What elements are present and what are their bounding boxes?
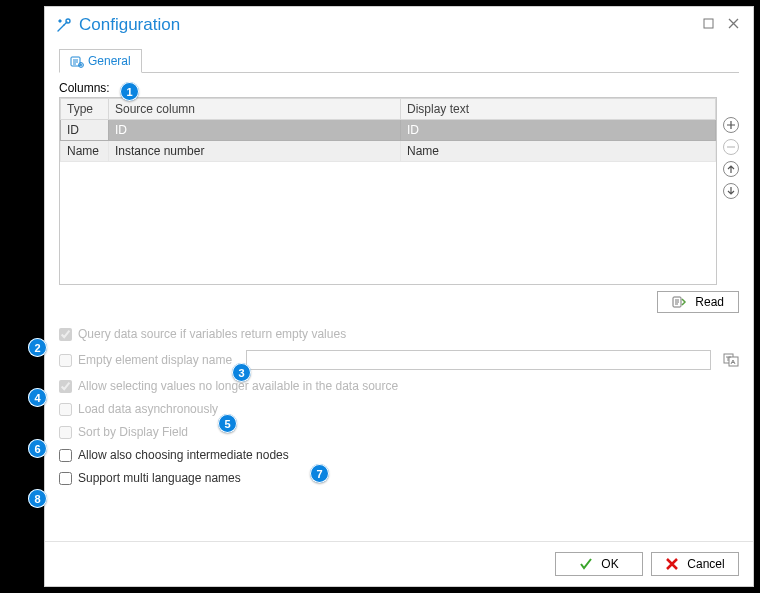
dialog-title: Configuration	[79, 15, 693, 35]
col-header-type[interactable]: Type	[61, 99, 109, 120]
remove-row-button[interactable]	[723, 139, 739, 155]
annotation-8: 8	[28, 489, 47, 508]
annotation-2: 2	[28, 338, 47, 357]
titlebar: Configuration	[45, 7, 753, 43]
table-row[interactable]: ID ID ID	[61, 120, 716, 141]
cancel-button[interactable]: Cancel	[651, 552, 739, 576]
maximize-icon[interactable]	[699, 16, 718, 34]
checkbox-multi-lang[interactable]	[59, 472, 72, 485]
annotation-7: 7	[310, 464, 329, 483]
opt-allow-unavailable: Allow selecting values no longer availab…	[59, 379, 739, 393]
opt-load-async: Load data asynchronously	[59, 402, 739, 416]
tab-bar: General	[59, 49, 739, 73]
svg-rect-1	[704, 19, 713, 28]
translate-icon[interactable]	[723, 351, 739, 370]
opt-query-empty: Query data source if variables return em…	[59, 327, 739, 341]
opt-allow-intermediate[interactable]: Allow also choosing intermediate nodes	[59, 448, 739, 462]
table-row[interactable]: Name Instance number Name	[61, 141, 716, 162]
checkbox-allow-intermediate[interactable]	[59, 449, 72, 462]
tab-general-label: General	[88, 54, 131, 68]
columns-label: Columns:	[59, 81, 110, 95]
annotation-4: 4	[28, 388, 47, 407]
svg-point-0	[66, 19, 70, 23]
annotation-1: 1	[120, 82, 139, 101]
opt-multi-lang[interactable]: Support multi language names	[59, 471, 739, 485]
col-header-source[interactable]: Source column	[109, 99, 401, 120]
annotation-6: 6	[28, 439, 47, 458]
col-header-display[interactable]: Display text	[401, 99, 716, 120]
grid-side-buttons	[723, 97, 739, 285]
checkbox-allow-unavailable	[59, 380, 72, 393]
dialog-footer: OK Cancel	[45, 541, 753, 586]
opt-sort-display: Sort by Display Field	[59, 425, 739, 439]
columns-grid[interactable]: Type Source column Display text ID ID ID…	[59, 97, 717, 285]
configuration-dialog: Configuration General Columns:	[44, 6, 754, 587]
add-row-button[interactable]	[723, 117, 739, 133]
cancel-button-label: Cancel	[687, 557, 724, 571]
checkbox-sort-display	[59, 426, 72, 439]
close-icon[interactable]	[724, 16, 743, 34]
checkbox-empty-display	[59, 354, 72, 367]
empty-display-input	[246, 350, 711, 370]
ok-button-label: OK	[601, 557, 618, 571]
read-button-label: Read	[695, 295, 724, 309]
move-up-button[interactable]	[723, 161, 739, 177]
annotation-3: 3	[232, 363, 251, 382]
opt-empty-display: Empty element display name	[59, 350, 739, 370]
read-button[interactable]: Read	[657, 291, 739, 313]
checkbox-query-empty	[59, 328, 72, 341]
move-down-button[interactable]	[723, 183, 739, 199]
annotation-5: 5	[218, 414, 237, 433]
ok-button[interactable]: OK	[555, 552, 643, 576]
checkbox-load-async	[59, 403, 72, 416]
tab-general[interactable]: General	[59, 49, 142, 73]
config-tools-icon	[55, 16, 73, 34]
